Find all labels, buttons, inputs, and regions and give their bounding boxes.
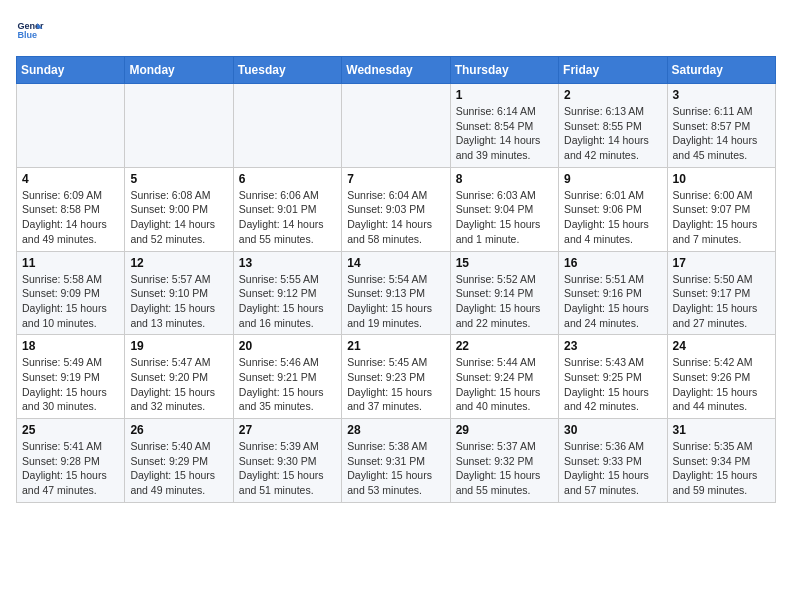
day-number: 26 <box>130 423 227 437</box>
calendar-body: 1Sunrise: 6:14 AM Sunset: 8:54 PM Daylig… <box>17 84 776 503</box>
calendar-cell: 9Sunrise: 6:01 AM Sunset: 9:06 PM Daylig… <box>559 167 667 251</box>
day-number: 10 <box>673 172 770 186</box>
calendar-week-3: 11Sunrise: 5:58 AM Sunset: 9:09 PM Dayli… <box>17 251 776 335</box>
calendar-cell: 13Sunrise: 5:55 AM Sunset: 9:12 PM Dayli… <box>233 251 341 335</box>
calendar-cell: 17Sunrise: 5:50 AM Sunset: 9:17 PM Dayli… <box>667 251 775 335</box>
calendar-cell: 26Sunrise: 5:40 AM Sunset: 9:29 PM Dayli… <box>125 419 233 503</box>
day-number: 17 <box>673 256 770 270</box>
day-number: 8 <box>456 172 553 186</box>
day-info: Sunrise: 5:52 AM Sunset: 9:14 PM Dayligh… <box>456 272 553 331</box>
calendar-cell: 1Sunrise: 6:14 AM Sunset: 8:54 PM Daylig… <box>450 84 558 168</box>
calendar-cell: 25Sunrise: 5:41 AM Sunset: 9:28 PM Dayli… <box>17 419 125 503</box>
day-number: 22 <box>456 339 553 353</box>
day-info: Sunrise: 5:44 AM Sunset: 9:24 PM Dayligh… <box>456 355 553 414</box>
page-header: General Blue <box>16 16 776 44</box>
day-number: 30 <box>564 423 661 437</box>
day-info: Sunrise: 6:14 AM Sunset: 8:54 PM Dayligh… <box>456 104 553 163</box>
day-info: Sunrise: 5:40 AM Sunset: 9:29 PM Dayligh… <box>130 439 227 498</box>
calendar-cell: 11Sunrise: 5:58 AM Sunset: 9:09 PM Dayli… <box>17 251 125 335</box>
calendar-header-row: SundayMondayTuesdayWednesdayThursdayFrid… <box>17 57 776 84</box>
day-info: Sunrise: 6:03 AM Sunset: 9:04 PM Dayligh… <box>456 188 553 247</box>
day-number: 28 <box>347 423 444 437</box>
day-info: Sunrise: 5:46 AM Sunset: 9:21 PM Dayligh… <box>239 355 336 414</box>
day-info: Sunrise: 5:43 AM Sunset: 9:25 PM Dayligh… <box>564 355 661 414</box>
calendar-cell: 8Sunrise: 6:03 AM Sunset: 9:04 PM Daylig… <box>450 167 558 251</box>
day-info: Sunrise: 6:00 AM Sunset: 9:07 PM Dayligh… <box>673 188 770 247</box>
day-info: Sunrise: 5:57 AM Sunset: 9:10 PM Dayligh… <box>130 272 227 331</box>
day-number: 23 <box>564 339 661 353</box>
day-info: Sunrise: 5:45 AM Sunset: 9:23 PM Dayligh… <box>347 355 444 414</box>
column-header-thursday: Thursday <box>450 57 558 84</box>
svg-text:Blue: Blue <box>17 30 37 40</box>
day-info: Sunrise: 5:55 AM Sunset: 9:12 PM Dayligh… <box>239 272 336 331</box>
logo-icon: General Blue <box>16 16 44 44</box>
day-number: 1 <box>456 88 553 102</box>
day-info: Sunrise: 6:01 AM Sunset: 9:06 PM Dayligh… <box>564 188 661 247</box>
calendar-cell <box>17 84 125 168</box>
day-number: 29 <box>456 423 553 437</box>
calendar-cell: 20Sunrise: 5:46 AM Sunset: 9:21 PM Dayli… <box>233 335 341 419</box>
calendar-cell: 7Sunrise: 6:04 AM Sunset: 9:03 PM Daylig… <box>342 167 450 251</box>
calendar-cell: 28Sunrise: 5:38 AM Sunset: 9:31 PM Dayli… <box>342 419 450 503</box>
day-number: 3 <box>673 88 770 102</box>
day-info: Sunrise: 5:47 AM Sunset: 9:20 PM Dayligh… <box>130 355 227 414</box>
day-number: 24 <box>673 339 770 353</box>
day-number: 11 <box>22 256 119 270</box>
day-info: Sunrise: 5:54 AM Sunset: 9:13 PM Dayligh… <box>347 272 444 331</box>
day-number: 7 <box>347 172 444 186</box>
day-info: Sunrise: 5:50 AM Sunset: 9:17 PM Dayligh… <box>673 272 770 331</box>
column-header-sunday: Sunday <box>17 57 125 84</box>
calendar-cell: 15Sunrise: 5:52 AM Sunset: 9:14 PM Dayli… <box>450 251 558 335</box>
day-number: 25 <box>22 423 119 437</box>
day-info: Sunrise: 5:36 AM Sunset: 9:33 PM Dayligh… <box>564 439 661 498</box>
calendar-cell: 22Sunrise: 5:44 AM Sunset: 9:24 PM Dayli… <box>450 335 558 419</box>
calendar-cell: 30Sunrise: 5:36 AM Sunset: 9:33 PM Dayli… <box>559 419 667 503</box>
logo: General Blue <box>16 16 44 44</box>
day-info: Sunrise: 6:08 AM Sunset: 9:00 PM Dayligh… <box>130 188 227 247</box>
day-info: Sunrise: 5:51 AM Sunset: 9:16 PM Dayligh… <box>564 272 661 331</box>
calendar-cell: 5Sunrise: 6:08 AM Sunset: 9:00 PM Daylig… <box>125 167 233 251</box>
day-number: 27 <box>239 423 336 437</box>
svg-text:General: General <box>17 21 44 31</box>
calendar-cell: 16Sunrise: 5:51 AM Sunset: 9:16 PM Dayli… <box>559 251 667 335</box>
calendar-cell: 12Sunrise: 5:57 AM Sunset: 9:10 PM Dayli… <box>125 251 233 335</box>
calendar-cell: 29Sunrise: 5:37 AM Sunset: 9:32 PM Dayli… <box>450 419 558 503</box>
calendar-cell: 6Sunrise: 6:06 AM Sunset: 9:01 PM Daylig… <box>233 167 341 251</box>
calendar-cell: 19Sunrise: 5:47 AM Sunset: 9:20 PM Dayli… <box>125 335 233 419</box>
day-info: Sunrise: 5:38 AM Sunset: 9:31 PM Dayligh… <box>347 439 444 498</box>
day-number: 31 <box>673 423 770 437</box>
day-info: Sunrise: 6:09 AM Sunset: 8:58 PM Dayligh… <box>22 188 119 247</box>
calendar-week-1: 1Sunrise: 6:14 AM Sunset: 8:54 PM Daylig… <box>17 84 776 168</box>
calendar-table: SundayMondayTuesdayWednesdayThursdayFrid… <box>16 56 776 503</box>
calendar-week-4: 18Sunrise: 5:49 AM Sunset: 9:19 PM Dayli… <box>17 335 776 419</box>
calendar-week-2: 4Sunrise: 6:09 AM Sunset: 8:58 PM Daylig… <box>17 167 776 251</box>
column-header-tuesday: Tuesday <box>233 57 341 84</box>
calendar-cell: 2Sunrise: 6:13 AM Sunset: 8:55 PM Daylig… <box>559 84 667 168</box>
day-info: Sunrise: 6:13 AM Sunset: 8:55 PM Dayligh… <box>564 104 661 163</box>
column-header-monday: Monday <box>125 57 233 84</box>
calendar-cell: 21Sunrise: 5:45 AM Sunset: 9:23 PM Dayli… <box>342 335 450 419</box>
day-number: 18 <box>22 339 119 353</box>
day-number: 12 <box>130 256 227 270</box>
day-info: Sunrise: 6:04 AM Sunset: 9:03 PM Dayligh… <box>347 188 444 247</box>
day-number: 5 <box>130 172 227 186</box>
day-number: 21 <box>347 339 444 353</box>
day-info: Sunrise: 5:41 AM Sunset: 9:28 PM Dayligh… <box>22 439 119 498</box>
day-info: Sunrise: 5:35 AM Sunset: 9:34 PM Dayligh… <box>673 439 770 498</box>
day-info: Sunrise: 5:37 AM Sunset: 9:32 PM Dayligh… <box>456 439 553 498</box>
calendar-cell <box>233 84 341 168</box>
day-number: 9 <box>564 172 661 186</box>
day-number: 19 <box>130 339 227 353</box>
day-number: 15 <box>456 256 553 270</box>
day-info: Sunrise: 6:11 AM Sunset: 8:57 PM Dayligh… <box>673 104 770 163</box>
day-info: Sunrise: 5:42 AM Sunset: 9:26 PM Dayligh… <box>673 355 770 414</box>
calendar-cell: 27Sunrise: 5:39 AM Sunset: 9:30 PM Dayli… <box>233 419 341 503</box>
day-info: Sunrise: 5:49 AM Sunset: 9:19 PM Dayligh… <box>22 355 119 414</box>
calendar-cell: 23Sunrise: 5:43 AM Sunset: 9:25 PM Dayli… <box>559 335 667 419</box>
column-header-saturday: Saturday <box>667 57 775 84</box>
day-number: 13 <box>239 256 336 270</box>
calendar-cell <box>125 84 233 168</box>
day-number: 16 <box>564 256 661 270</box>
day-number: 4 <box>22 172 119 186</box>
day-number: 6 <box>239 172 336 186</box>
